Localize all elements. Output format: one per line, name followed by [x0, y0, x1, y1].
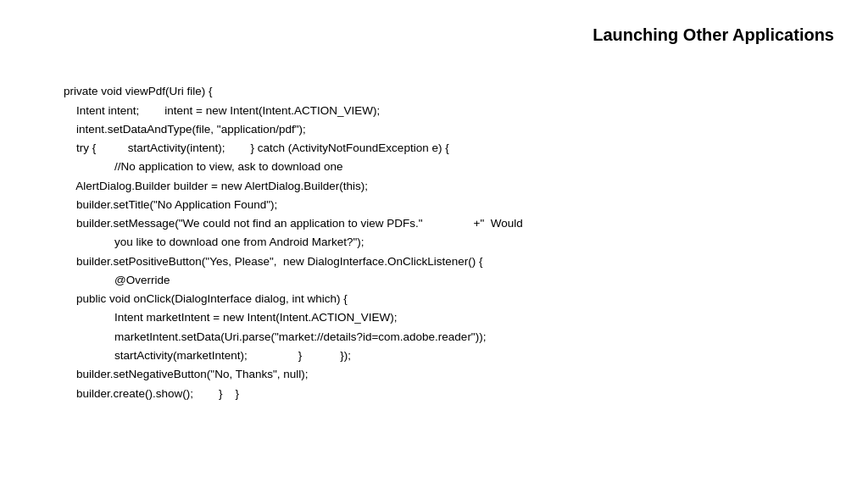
code-line-5: //No application to view, ask to downloa… — [51, 160, 342, 173]
code-line-17: builder.create().show(); } } — [51, 387, 239, 400]
code-line-10: builder.setPositiveButton("Yes, Please",… — [51, 255, 483, 268]
code-line-13: Intent marketIntent = new Intent(Intent.… — [51, 311, 398, 324]
page-title: Launching Other Applications — [593, 25, 834, 45]
code-line-1: private void viewPdf(Uri file) { — [64, 85, 213, 97]
code-line-16: builder.setNegativeButton("No, Thanks", … — [51, 368, 309, 380]
code-line-12: public void onClick(DialogInterface dial… — [51, 292, 348, 305]
code-line-2: Intent intent; intent = new Intent(Inten… — [51, 104, 380, 117]
page-container: Launching Other Applications private voi… — [0, 0, 868, 488]
code-line-7: builder.setTitle("No Application Found")… — [51, 198, 277, 211]
code-line-15: startActivity(marketIntent); } }); — [51, 349, 351, 362]
code-line-3: intent.setDataAndType(file, "application… — [51, 123, 306, 136]
code-line-14: marketIntent.setData(Uri.parse("market:/… — [51, 330, 486, 343]
code-line-9: you like to download one from Android Ma… — [51, 236, 364, 248]
code-line-4: try { startActivity(intent); } catch (Ac… — [51, 141, 449, 154]
code-line-6: AlertDialog.Builder builder = new AlertD… — [51, 180, 368, 192]
code-line-11: @Override — [51, 274, 170, 286]
code-line-8: builder.setMessage("We could not find an… — [51, 217, 523, 230]
code-block: private void viewPdf(Uri file) { Intent … — [51, 64, 523, 422]
